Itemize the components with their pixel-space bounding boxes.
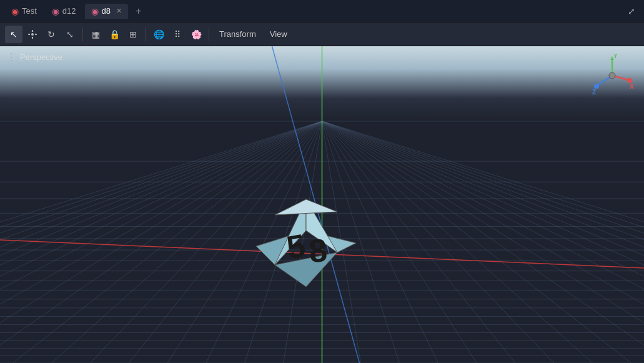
svg-point-0 xyxy=(31,33,34,36)
tool-object[interactable]: 🌸 xyxy=(187,26,205,43)
tab-d12-icon: ◉ xyxy=(52,6,59,16)
axis-gizmo: Y X Z xyxy=(590,54,634,97)
svg-text:8: 8 xyxy=(307,232,329,269)
tab-d12-label: d12 xyxy=(62,6,76,16)
tool-dots[interactable]: ⠿ xyxy=(169,26,186,43)
svg-point-10 xyxy=(609,72,615,79)
fullscreen-button[interactable]: ⤢ xyxy=(624,4,639,19)
perspective-label: ⋮ Perspective xyxy=(6,51,62,63)
tab-d8-close[interactable]: ✕ xyxy=(116,7,122,15)
tool-move[interactable] xyxy=(24,26,41,43)
dice-object: 5 8 xyxy=(237,165,375,296)
svg-text:Y: Y xyxy=(613,54,618,59)
toolbar-separator-2 xyxy=(146,27,146,41)
tab-d8-icon: ◉ xyxy=(91,6,99,16)
svg-marker-16 xyxy=(275,199,337,215)
add-tab-button[interactable]: + xyxy=(131,4,146,19)
tab-d8[interactable]: ◉ d8 ✕ xyxy=(85,4,128,19)
toolbar: ↖ ↻ ⤡ ▦ 🔒 ⊞ 🌐 ⠿ 🌸 Transform View xyxy=(0,22,644,46)
tool-snap[interactable]: ⊞ xyxy=(124,26,142,43)
viewport[interactable]: ⋮ Perspective Y X Z xyxy=(0,46,644,363)
tool-world[interactable]: 🌐 xyxy=(150,26,167,43)
svg-text:Z: Z xyxy=(592,89,596,96)
menu-transform[interactable]: Transform xyxy=(213,27,262,41)
tool-scale[interactable]: ⤡ xyxy=(61,26,79,43)
tab-test-label: Test xyxy=(22,6,37,16)
toolbar-separator-1 xyxy=(82,27,83,41)
tab-d8-label: d8 xyxy=(102,6,111,16)
tool-grid[interactable]: ▦ xyxy=(87,26,104,43)
perspective-text: Perspective xyxy=(20,52,62,62)
svg-point-5 xyxy=(627,78,632,83)
tab-d12[interactable]: ◉ d12 xyxy=(46,4,82,19)
toolbar-separator-3 xyxy=(209,27,209,41)
titlebar: ◉ Test ◉ d12 ◉ d8 ✕ + ⤢ xyxy=(0,0,644,22)
tab-test[interactable]: ◉ Test xyxy=(5,4,43,19)
svg-text:X: X xyxy=(630,83,634,90)
tool-select[interactable]: ↖ xyxy=(5,26,22,43)
tab-test-icon: ◉ xyxy=(11,6,19,16)
tool-rotate[interactable]: ↻ xyxy=(42,26,60,43)
menu-view[interactable]: View xyxy=(264,27,294,41)
tool-lock[interactable]: 🔒 xyxy=(106,26,123,43)
svg-point-8 xyxy=(594,84,599,89)
perspective-dots: ⋮ xyxy=(6,51,16,63)
